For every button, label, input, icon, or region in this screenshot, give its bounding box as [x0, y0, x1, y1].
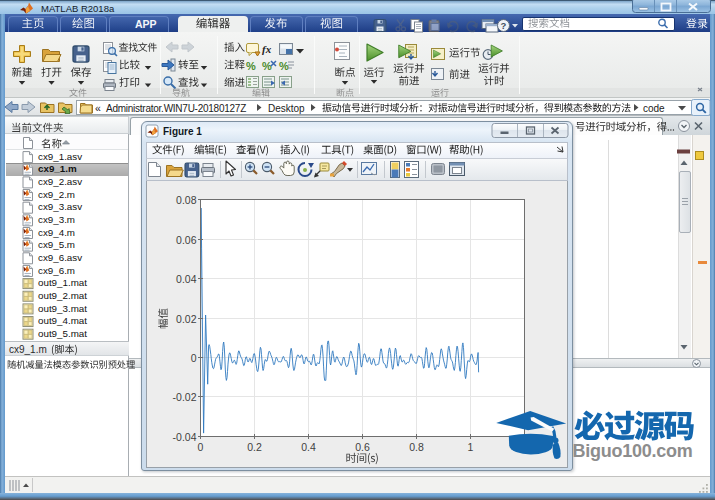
svg-text:0.02: 0.02 [176, 313, 197, 325]
svg-text:fx: fx [262, 43, 272, 55]
svg-text:0: 0 [191, 352, 197, 364]
svg-text:Biguo100.com: Biguo100.com [573, 441, 693, 461]
svg-text:0.2: 0.2 [247, 441, 262, 453]
svg-text:0.08: 0.08 [176, 194, 197, 206]
svg-text:0: 0 [198, 441, 204, 453]
svg-text:?: ? [501, 20, 507, 31]
svg-text:0.8: 0.8 [409, 441, 424, 453]
svg-text:%: % [246, 60, 256, 72]
svg-text:0.04: 0.04 [176, 273, 197, 285]
svg-text:%: % [279, 60, 289, 72]
svg-text:0.6: 0.6 [355, 441, 370, 453]
svg-text:-0.02: -0.02 [173, 391, 197, 403]
svg-text:-0.04: -0.04 [173, 431, 197, 443]
svg-text:0.4: 0.4 [301, 441, 316, 453]
svg-text:0.06: 0.06 [176, 234, 197, 246]
svg-text:1: 1 [468, 441, 474, 453]
